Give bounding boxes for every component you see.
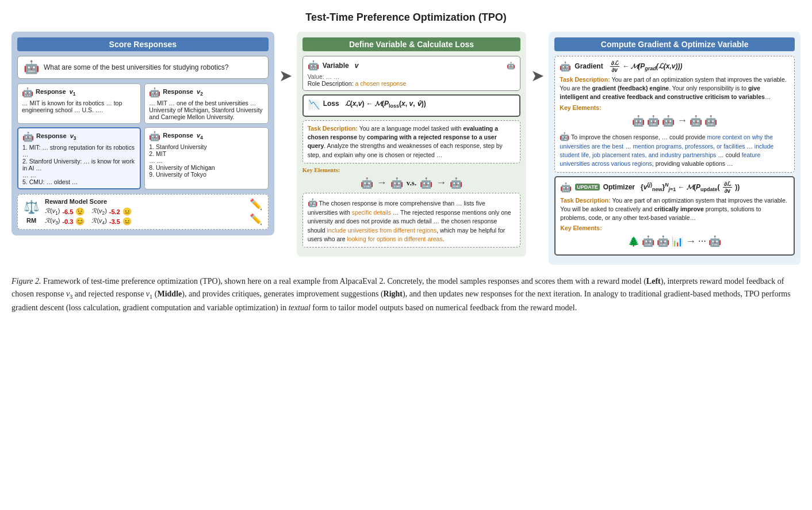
caption-middle-bold: Middle <box>157 290 182 298</box>
gradient-response-area: 🤖 To improve the chosen response, … coul… <box>560 131 790 169</box>
caption-text-1: Framework of test-time preference optimi… <box>43 277 646 286</box>
panel-middle-header: Define Variable & Calculate Loss <box>302 37 521 51</box>
variable-role: Role Description: a chosen response <box>308 80 516 87</box>
figure-caption: Figure 2. Framework of test-time prefere… <box>12 275 800 314</box>
pencil-icon-2: ✏️ <box>250 213 262 226</box>
dots-icon: ⋯ <box>698 237 706 246</box>
score-line-v1v2: ℛ(v1) -6.5 😟 ℛ(v2) -5.2 😐 <box>45 207 244 216</box>
score-v3-emoji: 😊 <box>75 217 85 226</box>
robot-g1-icon: 🤖 <box>632 115 645 127</box>
robot-g2-icon: 🤖 <box>647 115 660 127</box>
robot-g3-icon: 🤖 <box>662 115 675 127</box>
loss-box: 📉 Loss ℒ(x,v) ← 𝓜(Ploss(x, v, v̂)) <box>302 94 521 117</box>
reward-score-block: ℛ(v1) -6.5 😟 ℛ(v2) -5.2 😐 ℛ(v3) -0.3 😊 ℛ… <box>45 207 244 226</box>
response-v4-text: 1. Stanford University2. MIT… …8. Univer… <box>149 143 263 178</box>
panel-middle: Define Variable & Calculate Loss 🤖 Varia… <box>297 32 527 257</box>
response-box-v4: 🤖 Response v4 1. Stanford University2. M… <box>144 127 268 189</box>
page-title: Test-Time Preference Optimization (TPO) <box>12 12 800 24</box>
key-elements-middle: Key Elements: <box>302 167 521 173</box>
caption-right-bold: Right <box>384 290 403 298</box>
reward-row: ⚖️ RM Reward Model Score ℛ(v1) -6.5 😟 ℛ(… <box>17 194 269 230</box>
score-v3-var: ℛ(v3) <box>45 217 60 226</box>
eval-response-box: 🤖 The chosen response is more comprehens… <box>302 193 521 248</box>
rm-label: RM <box>26 217 36 224</box>
score-line-v3v4: ℛ(v3) -0.3 😊 ℛ(v4) -3.5 😐 <box>45 217 244 226</box>
score-v4-val: -3.5 <box>109 218 120 225</box>
response-label-v2: 🤖 Response v2 <box>149 87 263 98</box>
robot-eval-icon: 🤖 <box>390 177 403 189</box>
reward-left: ⚖️ RM <box>24 200 39 224</box>
optimizer-header: 🤖 UPDATE Optimizer {v(j)new}Nj=1 ← 𝓜(Pup… <box>560 181 789 194</box>
panel-right: Compute Gradient & Optimize Variable 🤖 G… <box>549 32 800 265</box>
vs-text: v.s. <box>407 178 416 188</box>
gradient-header: 🤖 Gradient ∂ℒ∂v ← 𝓜(Pgrad(ℒ(x,v))) <box>560 60 790 73</box>
task-desc-loss-label: Task Description: <box>308 125 358 132</box>
score-v4-var: ℛ(v4) <box>91 217 106 226</box>
robot-g5-icon: 🤖 <box>704 115 717 127</box>
response-v2-label: Response v2 <box>163 88 202 97</box>
chart-icon: 📉 <box>308 99 320 110</box>
balance-icon: ⚖️ <box>24 200 39 215</box>
variable-header: 🤖 Variable v 🤖 <box>308 60 516 71</box>
loss-label: Loss ℒ(x,v) ← 𝓜(Ploss(x, v, v̂)) <box>323 100 426 109</box>
robot-variable-icon: 🤖 <box>308 60 319 71</box>
response-v2-text: … MIT … one of the best universities … U… <box>149 100 263 120</box>
reward-scores-area: Reward Model Score ℛ(v1) -6.5 😟 ℛ(v2) -5… <box>45 198 244 226</box>
figure-num: Figure 2. <box>12 277 41 286</box>
panel-left: Score Responses 🤖 What are some of the b… <box>12 32 274 235</box>
score-v3-val: -0.3 <box>62 218 73 225</box>
caption-text-3: ), and provides critiques, generates imp… <box>182 290 383 298</box>
robot-gradient-text-icon: 🤖 <box>560 132 569 141</box>
robots-flow-gradient: 🤖 🤖 🤖 → 🤖 🤖 <box>560 115 790 127</box>
optimizer-box: 🤖 UPDATE Optimizer {v(j)new}Nj=1 ← 𝓜(Pup… <box>554 176 795 256</box>
arrow-middle-to-right: ➤ <box>531 32 544 85</box>
response-v4-label: Response v4 <box>163 132 202 140</box>
score-v4-emoji: 😐 <box>122 217 132 226</box>
response-v3-text: 1. MIT: … strong reputation for its robo… <box>22 144 136 185</box>
response-label-v4: 🤖 Response v4 <box>149 131 263 142</box>
score-v1-val: -6.5 <box>62 208 73 215</box>
task-desc-gradient-text: Task Description: You are part of an opt… <box>560 75 790 102</box>
tree-icon: 🌲 <box>628 236 639 247</box>
pencil-icons: ✏️ ✏️ <box>250 198 262 226</box>
vs-row: 🤖 → 🤖 v.s. 🤖 → 🤖 <box>302 177 521 189</box>
robot-optimizer-icon: 🤖 <box>560 182 572 193</box>
histogram-icon: 📊 <box>672 236 683 247</box>
robot-v3-icon: 🤖 <box>22 131 34 142</box>
eval-response-text: The chosen response is more comprehensiv… <box>308 200 511 242</box>
robots-flow-optimizer: 🌲 🤖 🤖 📊 → ⋯ 🤖 <box>560 235 789 248</box>
gradient-label-text: Gradient ∂ℒ∂v ← 𝓜(Pgrad(ℒ(x,v))) <box>574 60 682 73</box>
question-box: 🤖 What are some of the best universities… <box>17 56 269 79</box>
gradient-response-text: To improve the chosen response, … could … <box>560 134 773 168</box>
loss-header: 📉 Loss ℒ(x,v) ← 𝓜(Ploss(x, v, v̂)) <box>308 99 515 110</box>
robot-gradient-icon: 🤖 <box>560 61 571 72</box>
question-text: What are some of the best universities f… <box>44 63 229 71</box>
response-label-v1: 🤖 Response v1 <box>22 87 136 98</box>
optimizer-arrow: → <box>685 235 696 248</box>
response-grid: 🤖 Response v1 … MIT is known for its rob… <box>17 83 269 189</box>
optimizer-label-text: Optimizer {v(j)new}Nj=1 ← 𝓜(Pupdate( ∂ℒ∂… <box>603 181 740 194</box>
score-v1-var: ℛ(v1) <box>45 207 60 216</box>
task-desc-optimizer-text: Task Description: You are part of an opt… <box>560 196 789 223</box>
diagram-container: Score Responses 🤖 What are some of the b… <box>12 32 800 265</box>
response-label-v3: 🤖 Response v3 <box>22 131 136 142</box>
response-v3-label: Response v3 <box>36 132 76 141</box>
variable-value: Value: … … <box>308 73 516 80</box>
robot-o2-icon: 🤖 <box>657 235 669 248</box>
update-badge: UPDATE <box>575 184 599 191</box>
variable-box: 🤖 Variable v 🤖 Value: … … Role Descripti… <box>302 56 521 91</box>
arrow-left-to-middle: ➤ <box>279 32 292 85</box>
response-v1-label: Response v1 <box>36 88 75 97</box>
task-desc-loss: Task Description: You are a language mod… <box>302 120 521 163</box>
response-box-v3: 🤖 Response v3 1. MIT: … strong reputatio… <box>17 127 141 189</box>
robot-v1-icon: 🤖 <box>22 87 33 98</box>
robot-o3-icon: 🤖 <box>708 235 721 248</box>
score-v2-val: -5.2 <box>109 208 120 215</box>
caption-text-5: form to tailor model outputs based on nu… <box>311 303 577 312</box>
score-v1-emoji: 😟 <box>75 207 85 216</box>
key-elements-gradient: Key Elements: <box>560 104 790 111</box>
response-box-v1: 🤖 Response v1 … MIT is known for its rob… <box>17 83 141 124</box>
robot-chosen-icon: 🤖 <box>361 177 373 189</box>
robot-output-icon: 🤖 <box>450 177 462 189</box>
variable-label: Variable v <box>323 62 359 70</box>
